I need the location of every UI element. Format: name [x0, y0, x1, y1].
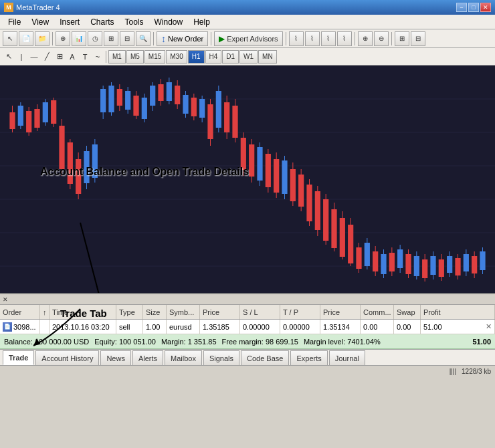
menu-help[interactable]: Help — [188, 16, 215, 28]
tab-trade[interactable]: Trade — [3, 350, 34, 365]
svg-rect-54 — [199, 99, 205, 118]
tb-crosshair[interactable]: ⊕ — [56, 31, 70, 46]
menu-window[interactable]: Window — [149, 16, 189, 28]
tab-alerts[interactable]: Alerts — [132, 350, 163, 365]
tf-d1[interactable]: D1 — [222, 50, 239, 64]
tf-w1[interactable]: W1 — [239, 50, 258, 64]
close-button[interactable]: ✕ — [480, 3, 491, 12]
tb-zoom-out[interactable]: ⊖ — [374, 31, 389, 46]
tab-mailbox[interactable]: Mailbox — [165, 350, 202, 365]
th-tp: T / P — [280, 305, 320, 319]
tb-template[interactable]: ⊞ — [104, 31, 118, 46]
svg-rect-22 — [68, 142, 73, 184]
svg-rect-106 — [414, 256, 419, 276]
svg-rect-104 — [405, 254, 411, 274]
table-row: 📄 3098... 2013.10.16 03:20 sell 1.00 eur… — [0, 320, 495, 334]
th-type: Type — [116, 305, 143, 319]
menu-tools[interactable]: Tools — [120, 16, 149, 28]
tb-signal1[interactable]: ⌇ — [289, 31, 304, 46]
svg-rect-0 — [0, 66, 495, 293]
tb-zoom[interactable]: 🔍 — [136, 31, 151, 46]
tab-code-base[interactable]: Code Base — [241, 350, 289, 365]
th-sort[interactable]: ↑ — [40, 305, 50, 319]
tf-m1[interactable]: M1 — [108, 50, 126, 64]
th-price: Price — [200, 305, 240, 319]
svg-rect-100 — [389, 253, 395, 271]
new-order-button[interactable]: ↕ New Order — [157, 31, 208, 46]
tb-separator-4 — [286, 32, 286, 45]
tool-wave[interactable]: ~ — [92, 50, 104, 64]
svg-rect-90 — [348, 225, 353, 263]
tool-trendline[interactable]: ╱ — [41, 50, 53, 64]
row-close-icon[interactable]: ✕ — [486, 322, 492, 331]
terminal-panel: ✕ Order ↑ Time Type Size Symb... Price S… — [0, 293, 495, 349]
tab-journal[interactable]: Journal — [329, 350, 365, 365]
table-header: Order ↑ Time Type Size Symb... Price S /… — [0, 305, 495, 320]
svg-rect-86 — [331, 209, 336, 248]
tf-m15[interactable]: M15 — [144, 50, 165, 64]
menu-file[interactable]: File — [3, 16, 26, 28]
menu-charts[interactable]: Charts — [85, 16, 119, 28]
tb-grid[interactable]: ⊟ — [120, 31, 134, 46]
expert-advisors-button[interactable]: ▶ Expert Advisors — [214, 31, 282, 46]
svg-rect-102 — [397, 249, 403, 268]
svg-rect-52 — [191, 98, 197, 116]
menu-view[interactable]: View — [26, 16, 54, 28]
tab-experts[interactable]: Experts — [290, 350, 327, 365]
svg-rect-82 — [315, 191, 320, 230]
th-symbol: Symb... — [167, 305, 200, 319]
tb-open[interactable]: 📁 — [35, 31, 50, 46]
tab-news[interactable]: News — [100, 350, 131, 365]
candlestick-chart — [0, 66, 495, 293]
tool-hline[interactable]: — — [28, 50, 40, 64]
svg-rect-20 — [59, 126, 64, 169]
tf-h4[interactable]: H4 — [205, 50, 222, 64]
td-time: 2013.10.16 03:20 — [50, 320, 116, 334]
svg-rect-16 — [43, 102, 48, 122]
tb-signal3[interactable]: ⌇ — [321, 31, 336, 46]
tb-prop1[interactable]: ⊞ — [395, 31, 409, 46]
tb-prop2[interactable]: ⊟ — [411, 31, 425, 46]
tool-fibonacci[interactable]: ⊞ — [54, 50, 66, 64]
svg-rect-36 — [125, 91, 130, 110]
menu-insert[interactable]: Insert — [54, 16, 85, 28]
svg-rect-10 — [18, 106, 23, 126]
tf-mn[interactable]: MN — [258, 50, 277, 64]
tf-h1[interactable]: H1 — [188, 50, 205, 64]
tb-separator-1 — [52, 32, 53, 45]
td-size: 1.00 — [143, 320, 167, 334]
chart-area[interactable]: Account Balance and Open Trade Details — [0, 66, 495, 293]
svg-rect-114 — [447, 256, 452, 273]
svg-rect-14 — [34, 109, 39, 128]
tab-signals[interactable]: Signals — [203, 350, 239, 365]
td-swap: 0.00 — [394, 320, 421, 334]
tb-period[interactable]: ◷ — [88, 31, 102, 46]
tb-signal2[interactable]: ⌇ — [305, 31, 320, 46]
tb-signal4[interactable]: ⌇ — [337, 31, 352, 46]
tf-m5[interactable]: M5 — [126, 50, 144, 64]
td-order: 3098... — [13, 323, 36, 331]
maximize-button[interactable]: □ — [468, 3, 479, 12]
chart-container: Account Balance and Open Trade Details — [0, 66, 495, 293]
tb-zoom-in[interactable]: ⊕ — [358, 31, 373, 46]
svg-rect-122 — [480, 251, 485, 270]
tool-text[interactable]: A — [66, 50, 78, 64]
tf-m30[interactable]: M30 — [166, 50, 187, 64]
th-current-price: Price — [320, 305, 361, 319]
svg-rect-78 — [298, 175, 304, 207]
profit-value: 51.00 — [423, 323, 442, 331]
tool-line[interactable]: | — [15, 50, 27, 64]
expert-advisors-label: Expert Advisors — [227, 35, 278, 43]
tb-indicator[interactable]: 📊 — [72, 31, 86, 46]
tb-new[interactable]: 📄 — [19, 31, 33, 46]
tool-label[interactable]: T — [79, 50, 91, 64]
td-price: 1.35185 — [200, 320, 240, 334]
svg-rect-92 — [356, 247, 361, 269]
minimize-button[interactable]: − — [456, 3, 467, 12]
tool-cursor[interactable]: ↖ — [3, 50, 15, 64]
terminal-close-button[interactable]: ✕ — [3, 296, 8, 303]
status-bar: |||| 1228/3 kb — [0, 365, 495, 377]
tb-arrow[interactable]: ↖ — [3, 31, 17, 46]
svg-rect-12 — [26, 111, 31, 132]
tab-account-history[interactable]: Account History — [35, 350, 99, 365]
